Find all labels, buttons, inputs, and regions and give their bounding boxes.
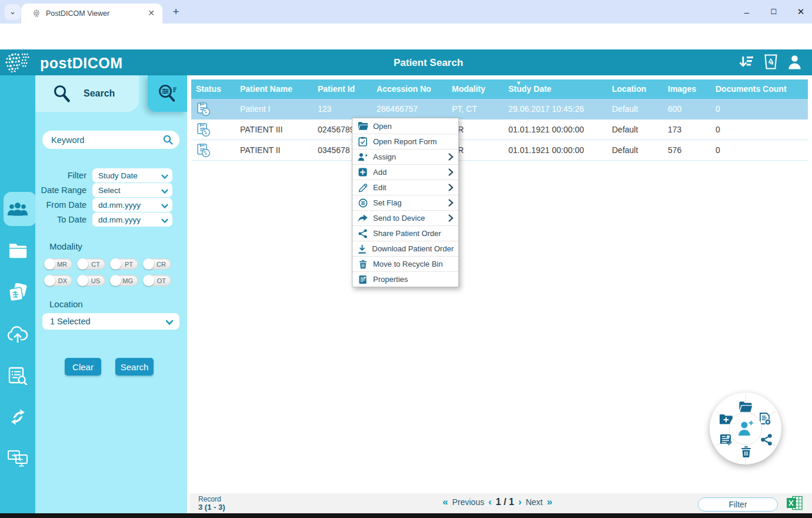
from-date-select[interactable]: dd.mm.yyyy [92,198,172,212]
modality-toggle-us[interactable]: US [77,275,105,286]
study-date: 01.01.1921 00:00:00 [504,145,607,155]
sidebar-item-folders[interactable] [0,233,35,268]
table-row[interactable]: Patient I 123 286466757 PT, CT 29.06.201… [191,99,808,119]
modality-toggle-mg[interactable]: MG [110,275,138,286]
pencil-icon [357,183,368,192]
tab-advanced-search[interactable] [148,75,187,112]
search-icon [53,84,71,103]
modality-toggle-ct[interactable]: CT [77,258,105,270]
previous-button[interactable]: Previous [452,497,484,507]
browser-tab-strip: ⌄ PostDICOM Viewer ✕ + – ☐ ✕ [0,0,812,24]
col-modality[interactable]: Modality [447,79,504,99]
share-icon [357,229,368,238]
window-close-button[interactable]: ✕ [794,6,807,17]
user-icon[interactable] [788,55,801,72]
table-row[interactable]: PATIENT III 02456789 CR 01.01.1921 00:00… [191,119,808,140]
menu-item-properties[interactable]: Properties [352,271,458,287]
keyword-search-icon[interactable] [163,135,173,147]
location-value: 1 Selected [50,317,91,326]
modality-toggle-ot[interactable]: OT [143,275,171,286]
table-row[interactable]: PATIENT II 0345678 CR 01.01.1921 00:00:0… [191,140,808,161]
toggle-knob [110,275,121,286]
documents-count: 0 [711,125,808,134]
modality-toggle-pt[interactable]: PT [110,258,138,270]
sidebar-item-sync[interactable] [0,399,35,434]
menu-item-label: Download Patient Order [372,244,454,253]
sidebar-item-patients[interactable] [0,192,35,227]
sidebar-item-worklist[interactable] [0,358,35,393]
toggle-knob [77,275,88,286]
modality-toggle-cr[interactable]: CR [143,258,171,270]
keyword-input[interactable] [42,131,179,149]
date-range-select[interactable]: Select [92,183,172,197]
modality-label: Modality [49,241,82,251]
sidebar-item-upload[interactable] [0,317,35,352]
chevron-down-icon [161,202,168,211]
sidebar-item-images[interactable] [0,275,35,311]
menu-item-add[interactable]: Add [352,164,458,180]
menu-item-move-to-recycle-bin[interactable]: Move to Recycle Bin [352,256,458,271]
status-report-icon [191,122,235,137]
menu-item-open[interactable]: Open [352,118,458,134]
radial-add-patient-button[interactable] [729,412,762,445]
menu-item-label: Assign [373,152,448,161]
tab-basic-search[interactable]: Search [35,75,139,112]
menu-item-open-report-form[interactable]: Open Report Form [352,134,458,149]
submenu-chevron-icon [448,214,454,222]
patient-name: PATIENT II [235,145,313,155]
export-excel-icon[interactable] [787,496,803,513]
modality-toggle-dx[interactable]: DX [44,275,72,286]
last-page-icon[interactable]: » [547,496,552,508]
cloud-upload-icon [6,326,29,343]
status-report-icon [191,143,235,158]
sort-list-icon[interactable] [739,55,754,71]
properties-icon [357,275,368,284]
col-images[interactable]: Images [663,79,711,99]
sort-desc-icon[interactable]: ▼ [516,80,521,86]
toggle-knob [143,258,154,270]
tab-search-button[interactable]: ⌄ [5,4,21,20]
assign-person-icon [357,152,368,161]
toggle-knob [110,258,121,270]
toggle-knob [143,275,154,286]
menu-item-download-patient-order[interactable]: Download Patient Order [352,241,458,256]
radial-share-button[interactable] [759,433,773,447]
first-page-icon[interactable]: « [442,496,448,508]
next-page-icon[interactable]: › [518,496,522,508]
sidebar-item-devices[interactable] [0,440,35,476]
radial-delete-button[interactable] [739,444,753,459]
modality-toggle-mr[interactable]: MR [44,258,72,270]
menu-item-share-patient-order[interactable]: Share Patient Order [352,225,458,241]
share-icon [761,434,772,446]
menu-item-assign[interactable]: Assign [352,149,458,164]
to-date-label: To Date [35,215,92,224]
tab-close-icon[interactable]: ✕ [146,8,157,19]
date-range-label: Date Range [35,185,92,195]
toggle-label: MR [57,261,67,268]
browser-tab[interactable]: PostDICOM Viewer ✕ [21,4,162,24]
previous-page-icon[interactable]: ‹ [488,496,492,508]
filter-button[interactable]: Filter [698,497,778,512]
filter-select[interactable]: Study Date [92,168,172,182]
trash-icon [357,260,368,269]
col-patient-id[interactable]: Patient Id [313,79,372,99]
location-select[interactable]: 1 Selected [42,313,179,330]
window-maximize-button[interactable]: ☐ [767,8,780,16]
search-button[interactable]: Search [115,358,154,376]
menu-item-edit[interactable]: Edit [352,180,458,195]
col-status[interactable]: Status [191,79,235,99]
menu-item-send-to-device[interactable]: Send to Device [352,210,458,225]
next-button[interactable]: Next [525,497,543,507]
col-accession-no[interactable]: Accession No [372,79,447,99]
record-count: 3 (1 - 3) [198,503,225,512]
col-documents-count[interactable]: Documents Count [711,79,808,99]
recycle-bin-icon[interactable] [764,54,777,72]
window-minimize-button[interactable]: – [740,7,753,17]
menu-item-set-flag[interactable]: Set Flag [352,195,458,210]
col-location[interactable]: Location [607,79,663,99]
clear-button[interactable]: Clear [65,358,101,376]
patient-name: Patient I [235,104,313,114]
new-tab-button[interactable]: + [168,5,184,20]
to-date-select[interactable]: dd.mm.yyyy [92,212,172,227]
col-patient-name[interactable]: Patient Name [235,79,313,99]
